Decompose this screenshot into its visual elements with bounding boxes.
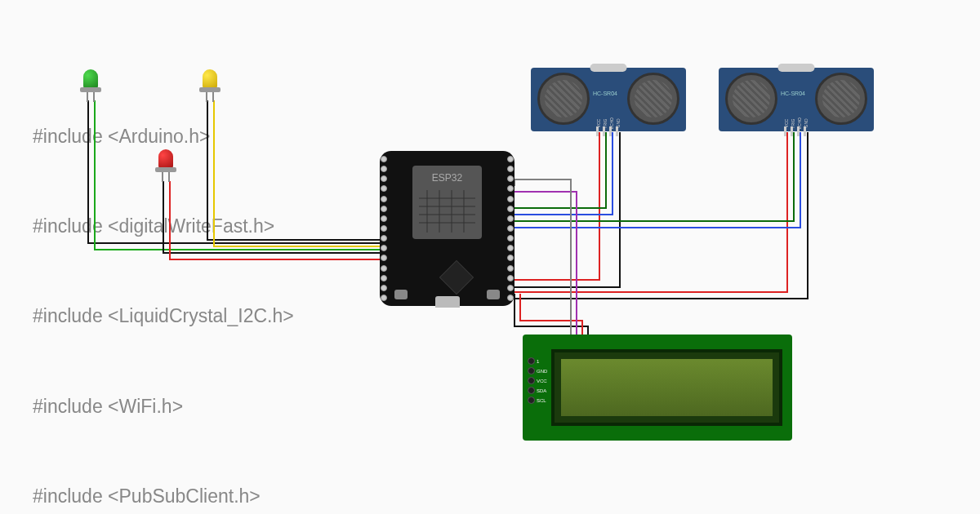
esp32-chip-icon — [439, 260, 474, 295]
reset-button — [487, 290, 500, 299]
led-base — [80, 87, 101, 92]
led-lead — [168, 172, 170, 182]
led-bulb — [83, 69, 98, 89]
led-lead — [212, 92, 214, 102]
lcd-inner — [561, 359, 773, 416]
led-base — [155, 167, 176, 172]
pin-header-right — [505, 156, 516, 301]
led-yellow — [203, 69, 217, 92]
code-line: #include <PubSubClient.h> — [33, 481, 560, 512]
ultrasonic-sensor-2: HC-SR04 VCCTRIGECHOGND — [719, 68, 874, 131]
led-lead — [87, 92, 88, 102]
transducer-icon — [725, 73, 777, 125]
esp32-label: ESP32 — [412, 172, 482, 184]
led-base — [199, 87, 220, 92]
lcd-screen — [551, 349, 782, 426]
code-line: #include <WiFi.h> — [33, 392, 560, 422]
lcd-pin-label: SCL — [537, 398, 546, 403]
sensor-crystal-icon — [778, 64, 815, 72]
lcd-pin-label: VCC — [537, 379, 547, 383]
ultrasonic-sensor-1: HC-SR04 VCCTRIGECHOGND — [531, 68, 686, 131]
led-lead — [206, 92, 207, 102]
lcd-pin-label: 1 — [537, 359, 539, 364]
led-bulb — [158, 149, 173, 169]
transducer-icon — [815, 73, 867, 125]
code-line: #include <Arduino.h> — [33, 122, 560, 152]
transducer-icon — [537, 73, 590, 125]
sensor-pins — [596, 126, 618, 136]
lcd-i2c-pins: 1 GND VCC SDA SCL — [528, 357, 547, 404]
esp32-shield: ESP32 — [412, 166, 482, 239]
sensor-crystal-icon — [590, 64, 627, 72]
lcd-pin-label: GND — [537, 369, 547, 374]
boot-button — [394, 290, 408, 299]
led-lead — [93, 92, 95, 102]
transducer-icon — [627, 73, 679, 125]
led-bulb — [203, 69, 217, 89]
led-green — [83, 69, 98, 92]
lcd-pin-label: SDA — [537, 388, 546, 393]
pin-header-left — [378, 156, 390, 301]
led-red — [158, 149, 173, 172]
esp32-board: ESP32 — [380, 151, 514, 306]
lcd-display: 1 GND VCC SDA SCL — [523, 335, 792, 441]
sensor-model-label: HC-SR04 — [781, 91, 805, 96]
led-lead — [162, 172, 163, 182]
sensor-model-label: HC-SR04 — [593, 91, 617, 96]
sensor-pins — [784, 126, 806, 136]
chip-grid-icon — [419, 190, 475, 233]
usb-port-icon — [435, 296, 460, 308]
